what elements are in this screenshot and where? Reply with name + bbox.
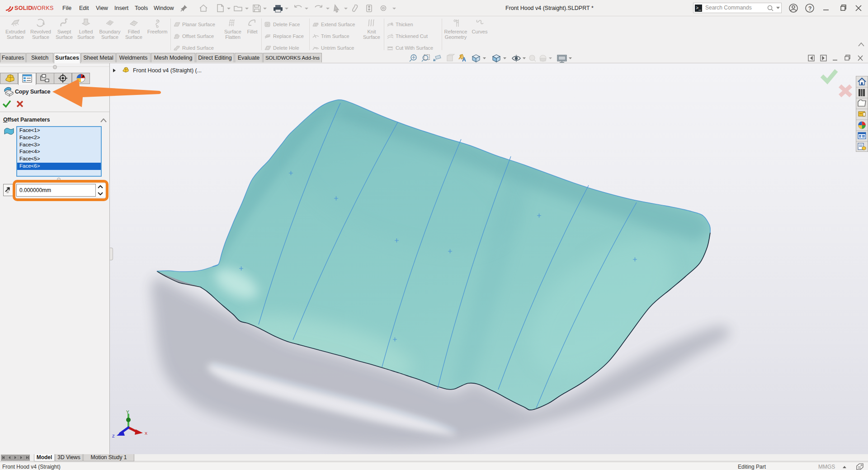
svg-text:WORKS: WORKS <box>32 5 54 11</box>
svg-text:A: A <box>462 56 466 63</box>
svg-text:SOLID: SOLID <box>14 5 33 11</box>
svg-text:?: ? <box>808 5 811 12</box>
